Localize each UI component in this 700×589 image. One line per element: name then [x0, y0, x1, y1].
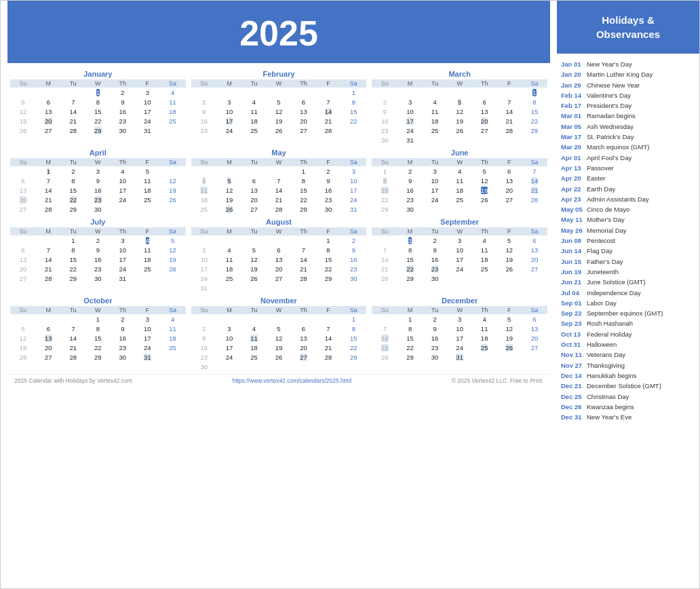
holiday-date: Oct 31	[561, 340, 587, 349]
month-may: May SuMTuWThFSa 123 45678910 11121314151…	[191, 149, 367, 214]
holiday-date: Mar 17	[561, 132, 587, 141]
holiday-name: Ramadan begins	[587, 111, 636, 120]
holiday-date: May 11	[561, 215, 587, 224]
holiday-item: Oct 31Halloween	[557, 339, 699, 349]
holiday-name: Halloween	[587, 340, 617, 349]
holiday-name: Veterans Day	[587, 350, 625, 359]
holiday-date: Sep 23	[561, 319, 587, 328]
holiday-item: Feb 14Valentine's Day	[557, 90, 699, 100]
sidebar-header: Holidays &Observances	[557, 1, 699, 54]
holiday-name: Labor Day	[587, 299, 617, 307]
holiday-date: Mar 01	[561, 111, 587, 120]
holiday-date: Dec 21	[561, 381, 587, 390]
holiday-item: Sep 23Rosh Hashanah	[557, 318, 699, 328]
holiday-date: Dec 31	[561, 413, 587, 421]
holiday-item: Dec 26Kwanzaa begins	[557, 402, 699, 412]
holiday-item: May 11Mother's Day	[557, 214, 699, 225]
holiday-name: Thanksgiving	[587, 361, 625, 370]
holiday-name: Chinese New Year	[587, 81, 640, 90]
holiday-name: Father's Day	[587, 257, 623, 266]
holiday-item: Feb 17President's Day	[557, 100, 699, 111]
holiday-name: Kwanzaa begins	[587, 402, 634, 411]
holiday-date: Apr 23	[561, 195, 587, 204]
holiday-name: Memorial Day	[587, 226, 627, 235]
holiday-item: Jun 19Juneteenth	[557, 267, 699, 277]
holiday-date: Apr 13	[561, 164, 587, 172]
holiday-date: Jun 21	[561, 278, 587, 286]
holiday-name: New Year's Eve	[587, 413, 631, 421]
holiday-name: Juneteenth	[587, 267, 619, 276]
holiday-name: Federal Holiday	[587, 330, 632, 339]
holiday-item: Oct 13Federal Holiday	[557, 329, 699, 339]
holiday-item: Dec 31New Year's Eve	[557, 412, 699, 422]
holiday-name: Martin Luther King Day	[587, 70, 653, 79]
month-september: September SuMTuWThFSa 123456 78910111213…	[372, 218, 547, 292]
holiday-date: Nov 27	[561, 361, 587, 370]
month-december: December SuMTuWThFSa 123456 78910111213 …	[372, 297, 547, 371]
holiday-name: April Fool's Day	[587, 153, 631, 162]
holiday-item: Jan 29Chinese New Year	[557, 80, 699, 90]
month-october: October SuMTuWThFSa 1234 567891011 12131…	[10, 297, 186, 371]
holiday-name: September equinox (GMT)	[587, 309, 663, 318]
holiday-item: Jun 15Father's Day	[557, 256, 699, 267]
holiday-name: Independence Day	[587, 288, 641, 297]
holiday-name: Passover	[587, 164, 614, 172]
footer-left: 2025 Calendar with Holidays by Vertex42.…	[14, 377, 132, 384]
month-november: November SuMTuWThFSa 1 2345678 910111213…	[191, 297, 367, 371]
holiday-date: May 26	[561, 226, 587, 235]
holiday-date: Jan 01	[561, 60, 587, 69]
holiday-date: Feb 17	[561, 101, 587, 110]
holiday-item: Mar 17St. Patrick's Day	[557, 132, 699, 142]
holiday-name: Christmas Day	[587, 392, 629, 401]
page: 2025 January SuMTuWThFSa 1234 567891011 …	[0, 0, 700, 589]
holiday-name: Cinco de Mayo	[587, 205, 629, 214]
holiday-item: Apr 20Easter	[557, 173, 699, 183]
holiday-item: Apr 23Admin Assistants Day	[557, 194, 699, 204]
holiday-date: Dec 25	[561, 392, 587, 401]
holiday-date: Jan 20	[561, 70, 587, 79]
holiday-item: Apr 13Passover	[557, 163, 699, 173]
month-july: July SuMTuWThFSa 12345 6789101112 131415…	[10, 218, 186, 292]
holiday-item: Sep 22September equinox (GMT)	[557, 308, 699, 318]
holiday-name: Pentecost	[587, 236, 615, 245]
footer: 2025 Calendar with Holidays by Vertex42.…	[7, 374, 550, 387]
holiday-item: Apr 22Earth Day	[557, 184, 699, 194]
holiday-name: March equinox (GMT)	[587, 142, 649, 151]
month-june: June SuMTuWThFSa 1234567 891011121314 15…	[372, 149, 547, 214]
footer-right: © 2025 Vertex42 LLC. Free to Print.	[452, 377, 543, 384]
holiday-item: Dec 25Christmas Day	[557, 392, 699, 402]
holiday-item: Jun 21June Solstice (GMT)	[557, 277, 699, 287]
holiday-date: Mar 05	[561, 122, 587, 131]
holiday-name: June Solstice (GMT)	[587, 278, 646, 286]
holiday-item: May 26Memorial Day	[557, 225, 699, 235]
holiday-date: Sep 22	[561, 309, 587, 318]
holiday-name: President's Day	[587, 101, 631, 110]
month-march: March SuMTuWThFSa 1 2345678 910111213141…	[372, 70, 547, 145]
holiday-date: Apr 20	[561, 174, 587, 183]
holiday-item: May 05Cinco de Mayo	[557, 204, 699, 214]
holiday-item: Jan 20Martin Luther King Day	[557, 69, 699, 79]
calendar-section: 2025 January SuMTuWThFSa 1234 567891011 …	[1, 1, 557, 588]
holiday-date: Jun 14	[561, 246, 587, 255]
holiday-name: Hanukkah begins	[587, 371, 636, 380]
main-content: 2025 January SuMTuWThFSa 1234 567891011 …	[1, 1, 699, 588]
months-grid: January SuMTuWThFSa 1234 567891011 12131…	[7, 70, 550, 371]
holiday-item: Dec 14Hanukkah begins	[557, 370, 699, 381]
holiday-name: December Solstice (GMT)	[587, 381, 661, 390]
holiday-name: St. Patrick's Day	[587, 132, 634, 141]
holiday-name: Earth Day	[587, 185, 615, 193]
month-february: February SuMTuWThFSa 1 2345678 910111213…	[191, 70, 367, 145]
holiday-date: Oct 13	[561, 330, 587, 339]
holiday-name: Admin Assistants Day	[587, 195, 649, 204]
holiday-item: Jun 14Flag Day	[557, 246, 699, 256]
holiday-item: Nov 11Veterans Day	[557, 349, 699, 360]
holiday-name: Easter	[587, 174, 605, 183]
holiday-item: Sep 01Labor Day	[557, 298, 699, 308]
holiday-name: Ash Wednesday	[587, 122, 634, 131]
footer-url[interactable]: https://www.vertex42.com/calendars/2025.…	[232, 377, 351, 384]
holiday-item: Mar 05Ash Wednesday	[557, 121, 699, 132]
holiday-date: Jun 19	[561, 267, 587, 276]
holiday-date: Jun 08	[561, 236, 587, 245]
holiday-name: Flag Day	[587, 246, 612, 255]
year-header: 2025	[7, 1, 550, 63]
